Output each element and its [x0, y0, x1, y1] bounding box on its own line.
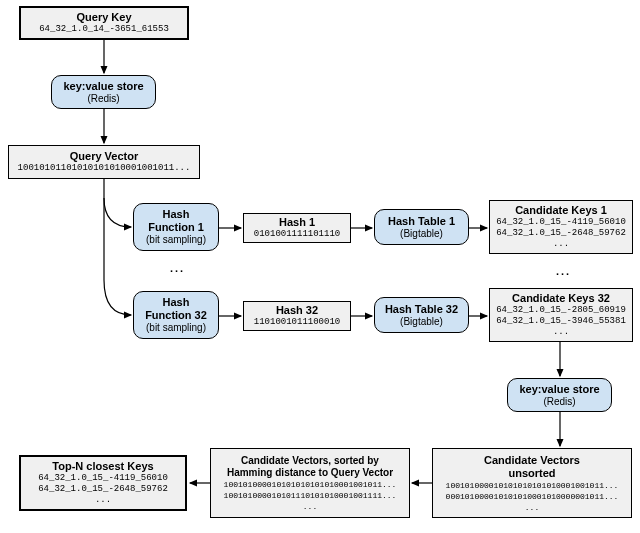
- cand-vec-sorted-v1: 100101000010101010101010001001011...: [224, 479, 397, 490]
- cand-vec-unsorted-t1: Candidate Vectors: [484, 454, 580, 467]
- cand-vec-unsorted: Candidate Vectors unsorted 1001010000101…: [432, 448, 632, 518]
- kv-store-2-sub: (Redis): [543, 396, 575, 408]
- cand-keys-1-title: Candidate Keys 1: [515, 204, 607, 217]
- cand-vec-sorted-ell: ...: [303, 501, 317, 512]
- hash-fn-1-t2: Function 1: [148, 221, 204, 234]
- cand-keys-32-v2: 64_32_1.0_15_-3946_55381: [496, 316, 626, 327]
- hash-1-title: Hash 1: [279, 216, 315, 229]
- cand-keys-32: Candidate Keys 32 64_32_1.0_15_-2805_609…: [489, 288, 633, 342]
- hash-fn-32-t1: Hash: [163, 296, 190, 309]
- topn-v1: 64_32_1.0_15_-4119_56010: [38, 473, 168, 484]
- hash-table-32-sub: (Bigtable): [400, 316, 443, 328]
- hash-32-box: Hash 32 1101001011100010: [243, 301, 351, 331]
- hash-table-1-sub: (Bigtable): [400, 228, 443, 240]
- cand-vec-sorted-l1: Candidate Vectors, sorted by: [241, 455, 379, 467]
- cand-keys-32-v1: 64_32_1.0_15_-2805_60919: [496, 305, 626, 316]
- hash-table-32-title: Hash Table 32: [385, 303, 458, 316]
- cand-vec-sorted-v2: 100101000010101110101010001001111...: [224, 490, 397, 501]
- hash-fn-1-t1: Hash: [163, 208, 190, 221]
- cand-vec-sorted-l2: Hamming distance to Query Vector: [227, 467, 393, 479]
- cand-keys-1-ell: ...: [553, 239, 569, 250]
- kv-store-2-title: key:value store: [519, 383, 599, 396]
- cand-vec-unsorted-v2: 000101000010101010001010000001011...: [446, 491, 619, 502]
- hash-32-value: 1101001011100010: [254, 317, 340, 328]
- cand-keys-32-title: Candidate Keys 32: [512, 292, 610, 305]
- ellipsis-cand-keys: ...: [556, 265, 571, 277]
- kv-store-sub: (Redis): [87, 93, 119, 105]
- query-key-box: Query Key 64_32_1.0_14_-3651_61553: [19, 6, 189, 40]
- query-vector-value: 10010101101010101010001001011...: [18, 163, 191, 174]
- cand-vec-unsorted-v1: 100101000010101010101010001001011...: [446, 480, 619, 491]
- cand-keys-1-v2: 64_32_1.0_15_-2648_59762: [496, 228, 626, 239]
- hash-table-1: Hash Table 1 (Bigtable): [374, 209, 469, 245]
- hash-table-1-title: Hash Table 1: [388, 215, 455, 228]
- cand-vec-unsorted-ell: ...: [525, 502, 539, 513]
- cand-keys-1: Candidate Keys 1 64_32_1.0_15_-4119_5601…: [489, 200, 633, 254]
- query-vector-title: Query Vector: [70, 150, 138, 163]
- kv-store-title: key:value store: [63, 80, 143, 93]
- cand-vec-unsorted-t2: unsorted: [508, 467, 555, 480]
- query-vector-box: Query Vector 100101011010101010100010010…: [8, 145, 200, 179]
- topn-ell: ...: [95, 495, 111, 506]
- hash-fn-32: Hash Function 32 (bit sampling): [133, 291, 219, 339]
- query-key-value: 64_32_1.0_14_-3651_61553: [39, 24, 169, 35]
- cand-keys-32-ell: ...: [553, 327, 569, 338]
- ellipsis-hash-fns: ...: [170, 262, 185, 274]
- cand-vec-sorted: Candidate Vectors, sorted by Hamming dis…: [210, 448, 410, 518]
- kv-store-bottom: key:value store (Redis): [507, 378, 612, 412]
- topn-box: Top-N closest Keys 64_32_1.0_15_-4119_56…: [19, 455, 187, 511]
- hash-fn-32-t2: Function 32: [145, 309, 207, 322]
- query-key-title: Query Key: [76, 11, 131, 24]
- hash-fn-1-sub: (bit sampling): [146, 234, 206, 246]
- kv-store-top: key:value store (Redis): [51, 75, 156, 109]
- cand-keys-1-v1: 64_32_1.0_15_-4119_56010: [496, 217, 626, 228]
- topn-title: Top-N closest Keys: [52, 460, 153, 473]
- hash-fn-32-sub: (bit sampling): [146, 322, 206, 334]
- hash-1-box: Hash 1 0101001111101110: [243, 213, 351, 243]
- hash-32-title: Hash 32: [276, 304, 318, 317]
- hash-1-value: 0101001111101110: [254, 229, 340, 240]
- hash-fn-1: Hash Function 1 (bit sampling): [133, 203, 219, 251]
- topn-v2: 64_32_1.0_15_-2648_59762: [38, 484, 168, 495]
- hash-table-32: Hash Table 32 (Bigtable): [374, 297, 469, 333]
